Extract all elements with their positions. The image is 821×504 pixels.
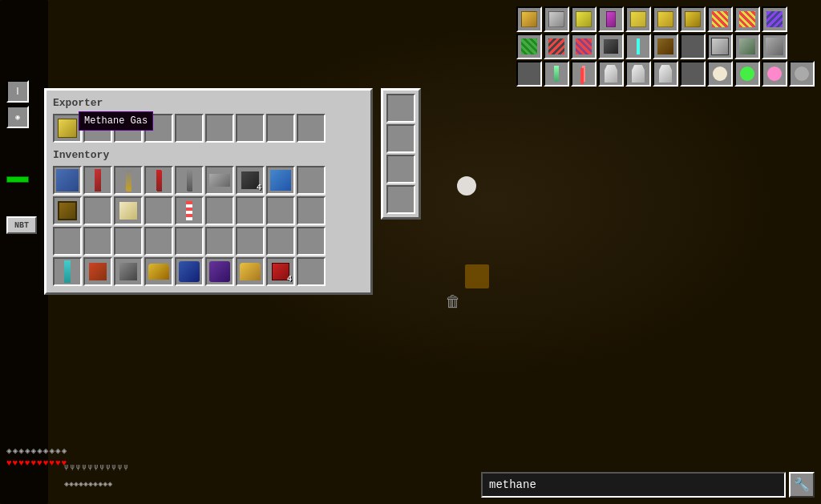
side-slot-1[interactable] [386, 94, 415, 123]
inv-slot-empty[interactable] [680, 61, 706, 87]
inv-slot-empty-r3-9[interactable] [297, 227, 326, 256]
inv-item-arrows[interactable] [114, 166, 143, 195]
inv-slot-empty-r3-7[interactable] [236, 227, 265, 256]
inventory-row-2 [516, 34, 815, 59]
inv-item-dark-box[interactable]: 4 [236, 166, 265, 195]
exporter-slot-5[interactable] [175, 114, 204, 143]
heart-1: ♥ [6, 458, 12, 468]
side-slot-2[interactable] [386, 124, 415, 153]
inv-item-wood-crate[interactable] [53, 196, 82, 225]
inv-slot[interactable] [571, 34, 597, 59]
inv-item-red-axe[interactable] [83, 257, 112, 286]
inv-slot-empty-3[interactable] [144, 196, 173, 225]
inv-item-red-tool[interactable] [83, 166, 112, 195]
armor-icon-9: ◈ [55, 446, 61, 456]
inv-slot[interactable] [598, 34, 624, 59]
inv-slot-empty-r4-9[interactable] [297, 257, 326, 286]
inv-slot-empty-7[interactable] [297, 196, 326, 225]
inv-slot[interactable] [516, 6, 542, 32]
inv-slot[interactable] [653, 6, 678, 32]
exporter-slot-1[interactable]: Methane Gas [53, 114, 82, 143]
exporter-filter-slots: Methane Gas [53, 114, 364, 143]
inv-slot-empty-r3-5[interactable] [175, 227, 204, 256]
nbt-button[interactable]: NBT [6, 216, 37, 234]
armor-icon-3: ◈ [18, 446, 24, 456]
inv-slot-empty-1[interactable] [297, 166, 326, 195]
inv-item-yellow-helmet[interactable] [236, 257, 265, 286]
inv-slot-empty-r3-3[interactable] [114, 227, 143, 256]
inv-item-gray-tool2[interactable] [205, 166, 234, 195]
inv-slot-empty-2[interactable] [83, 196, 112, 225]
left-button-1[interactable]: | [6, 80, 29, 103]
inv-slot-empty-4[interactable] [205, 196, 234, 225]
inv-slot-empty-6[interactable] [266, 196, 295, 225]
inv-slot[interactable] [680, 6, 706, 32]
inv-item-gold-helmet[interactable] [144, 257, 173, 286]
inv-item-blue-backpack[interactable] [175, 257, 204, 286]
inv-slot[interactable] [625, 34, 651, 59]
inv-slot-empty-5[interactable] [236, 196, 265, 225]
armor-icon-6: ◈ [37, 446, 42, 456]
exporter-slot-2[interactable] [83, 114, 112, 143]
inv-item-white-box[interactable] [114, 196, 143, 225]
inv-item-gray-axe[interactable] [114, 257, 143, 286]
heart-2: ♥ [13, 458, 18, 468]
inv-slot-empty[interactable] [680, 34, 706, 59]
inv-slot[interactable] [625, 61, 651, 87]
heart-6: ♥ [37, 458, 42, 468]
inv-slot-empty[interactable] [516, 61, 542, 87]
inv-slot[interactable] [707, 34, 733, 59]
wave-symbols: ψψψψψψψψψψψ [64, 462, 130, 470]
world-glow [465, 264, 489, 288]
exporter-slot-8[interactable] [266, 114, 295, 143]
inv-item-candy-cane[interactable] [175, 196, 204, 225]
inv-item-blue-pick[interactable] [266, 166, 295, 195]
inv-slot-empty-r3-1[interactable] [53, 227, 82, 256]
exporter-title: Exporter [53, 97, 364, 109]
inv-slot[interactable] [653, 34, 678, 59]
inv-slot[interactable] [598, 6, 624, 32]
inv-slot[interactable] [762, 34, 787, 59]
inv-item-purple-backpack[interactable] [205, 257, 234, 286]
inv-slot[interactable] [625, 6, 651, 32]
inv-slot[interactable] [734, 34, 760, 59]
inv-item-red-block[interactable]: 4 [266, 257, 295, 286]
inv-slot[interactable] [762, 6, 787, 32]
inv-slot[interactable] [707, 6, 733, 32]
inv-slot[interactable] [571, 61, 597, 87]
inv-slot-empty-r3-8[interactable] [266, 227, 295, 256]
inv-slot[interactable] [516, 34, 542, 59]
inv-slot[interactable] [734, 61, 760, 87]
inv-slot-empty-r3-2[interactable] [83, 227, 112, 256]
exporter-slot-9[interactable] [297, 114, 326, 143]
inv-slot[interactable] [734, 6, 760, 32]
armor-icon-7: ◈ [43, 446, 49, 456]
inv-item-cyan-sword[interactable] [53, 257, 82, 286]
inv-item-blue-cloth[interactable] [53, 166, 82, 195]
inv-slot[interactable] [762, 61, 787, 87]
inv-slot-empty-r3-4[interactable] [144, 227, 173, 256]
inv-slot[interactable] [598, 61, 624, 87]
trash-can-icon: 🗑 [445, 292, 461, 312]
inv-slot[interactable] [789, 61, 815, 87]
green-status-bar [6, 176, 29, 183]
side-slot-3[interactable] [386, 155, 415, 183]
exporter-slot-7[interactable] [236, 114, 265, 143]
inv-item-red-arrows[interactable] [144, 166, 173, 195]
inv-slot[interactable] [653, 61, 678, 87]
inv-item-gray-arrows[interactable] [175, 166, 204, 195]
side-slot-4[interactable] [386, 185, 415, 214]
exporter-slot-4[interactable] [144, 114, 173, 143]
inv-slot[interactable] [544, 34, 569, 59]
inv-slot-empty-r3-6[interactable] [205, 227, 234, 256]
exporter-slot-6[interactable] [205, 114, 234, 143]
search-button[interactable]: 🔧 [789, 472, 815, 498]
inv-slot[interactable] [544, 6, 569, 32]
armor-icon-1: ◈ [6, 446, 12, 456]
inv-slot[interactable] [544, 61, 569, 87]
exporter-slot-3[interactable] [114, 114, 143, 143]
left-button-2[interactable]: ◉ [6, 106, 29, 128]
inv-slot[interactable] [571, 6, 597, 32]
inv-slot[interactable] [707, 61, 733, 87]
search-input[interactable] [481, 472, 786, 498]
